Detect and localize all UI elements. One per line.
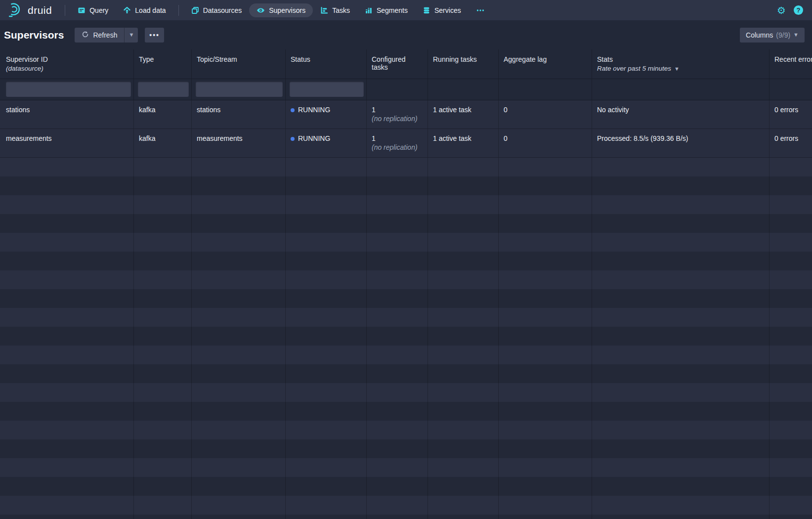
- cell-aggregate-lag: 0: [499, 129, 592, 157]
- druid-logo[interactable]: druid: [7, 0, 60, 20]
- nav-item-more[interactable]: [469, 3, 492, 17]
- nav-item-tasks[interactable]: Tasks: [313, 3, 357, 17]
- cell-supervisor-id[interactable]: measurements: [0, 129, 134, 157]
- eye-icon: [256, 6, 265, 14]
- page-title: Supervisors: [4, 29, 64, 41]
- empty-cell: [769, 233, 812, 252]
- empty-cell: [592, 421, 769, 439]
- view-more-button[interactable]: •••: [145, 28, 164, 43]
- empty-cell: [134, 289, 192, 308]
- empty-cell: [286, 458, 367, 477]
- empty-cell: [286, 270, 367, 289]
- navbar-right: ⚙ ?: [777, 5, 806, 15]
- column-header-recent-errors[interactable]: Recent errors: [769, 49, 812, 79]
- empty-cell: [286, 195, 367, 214]
- empty-cell: [134, 346, 192, 364]
- table-row-stations[interactable]: stations kafka stations RUNNING 1 (no re…: [0, 100, 812, 129]
- empty-cell: [769, 214, 812, 233]
- empty-cell: [769, 327, 812, 346]
- nav-item-label: Datasources: [203, 6, 242, 14]
- stats-rate-selector[interactable]: Rate over past 5 minutes▼: [597, 65, 764, 72]
- view-toolbar: Supervisors Refresh ▼ ••• Columns (9/9) …: [0, 20, 812, 49]
- empty-cell: [192, 383, 286, 402]
- empty-cell: [367, 252, 428, 270]
- empty-row: [0, 477, 812, 496]
- empty-cell: [0, 158, 134, 176]
- empty-cell: [192, 421, 286, 439]
- empty-cell: [134, 252, 192, 270]
- empty-cell: [286, 421, 367, 439]
- empty-cell: [592, 364, 769, 383]
- empty-cell: [499, 233, 592, 252]
- empty-cell: [192, 158, 286, 176]
- refresh-button[interactable]: Refresh: [75, 28, 124, 43]
- column-header-aggregate-lag[interactable]: Aggregate lag: [499, 49, 592, 79]
- empty-cell: [592, 327, 769, 346]
- empty-cell: [286, 214, 367, 233]
- empty-cell: [367, 214, 428, 233]
- filter-cell: [499, 79, 592, 100]
- gantt-chart-icon: [320, 6, 328, 14]
- gear-icon[interactable]: ⚙: [777, 5, 786, 15]
- filter-topic-stream-input[interactable]: [196, 82, 283, 97]
- empty-cell: [134, 402, 192, 421]
- empty-cell: [0, 176, 134, 195]
- empty-cell: [592, 289, 769, 308]
- replication-note: (no replication): [372, 143, 423, 152]
- empty-cell: [592, 270, 769, 289]
- empty-cell: [769, 383, 812, 402]
- cell-type: kafka: [134, 129, 192, 157]
- empty-cell: [592, 515, 769, 519]
- filter-type-input[interactable]: [138, 82, 189, 97]
- nav-item-supervisors[interactable]: Supervisors: [249, 3, 313, 17]
- cell-status: RUNNING: [286, 129, 367, 157]
- help-icon[interactable]: ?: [794, 5, 803, 15]
- empty-cell: [0, 515, 134, 519]
- column-header-configured-tasks[interactable]: Configured tasks: [367, 49, 428, 79]
- filter-cell: [192, 79, 286, 100]
- empty-cell: [0, 214, 134, 233]
- empty-cell: [499, 458, 592, 477]
- empty-cell: [428, 252, 499, 270]
- columns-button[interactable]: Columns (9/9) ▼: [740, 28, 805, 43]
- column-header-type[interactable]: Type: [134, 49, 192, 79]
- column-header-stats[interactable]: Stats Rate over past 5 minutes▼: [592, 49, 769, 79]
- empty-cell: [428, 458, 499, 477]
- column-header-status[interactable]: Status: [286, 49, 367, 79]
- empty-cell: [769, 458, 812, 477]
- empty-cell: [499, 327, 592, 346]
- nav-item-datasources[interactable]: Datasources: [184, 3, 250, 17]
- empty-cell: [769, 252, 812, 270]
- empty-cell: [367, 327, 428, 346]
- refresh-interval-button[interactable]: ▼: [124, 28, 138, 43]
- column-header-running-tasks[interactable]: Running tasks: [428, 49, 499, 79]
- empty-cell: [499, 289, 592, 308]
- nav-item-query[interactable]: Query: [70, 3, 116, 17]
- column-header-topic-stream[interactable]: Topic/Stream: [192, 49, 286, 79]
- filter-cell: [367, 79, 428, 100]
- empty-cell: [192, 364, 286, 383]
- column-header-supervisor-id[interactable]: Supervisor ID (datasource): [0, 49, 134, 79]
- empty-cell: [769, 439, 812, 458]
- refresh-icon: [82, 31, 89, 40]
- nav-item-segments[interactable]: Segments: [357, 3, 415, 17]
- empty-cell: [0, 195, 134, 214]
- empty-row: [0, 176, 812, 195]
- empty-cell: [0, 289, 134, 308]
- empty-cell: [499, 515, 592, 519]
- nav-item-services[interactable]: Services: [415, 3, 469, 17]
- empty-cell: [499, 158, 592, 176]
- cell-supervisor-id[interactable]: stations: [0, 100, 134, 129]
- empty-cell: [134, 515, 192, 519]
- cell-recent-errors[interactable]: 0 errors: [769, 100, 812, 129]
- empty-rows-area: [0, 158, 812, 519]
- cell-recent-errors[interactable]: 0 errors: [769, 129, 812, 157]
- nav-item-load-data[interactable]: Load data: [116, 3, 173, 17]
- filter-supervisor-id-input[interactable]: [6, 82, 131, 97]
- table-row-measurements[interactable]: measurements kafka measurements RUNNING …: [0, 129, 812, 158]
- filter-status-input[interactable]: [290, 82, 364, 97]
- empty-cell: [428, 402, 499, 421]
- empty-cell: [592, 439, 769, 458]
- empty-cell: [367, 270, 428, 289]
- empty-cell: [499, 270, 592, 289]
